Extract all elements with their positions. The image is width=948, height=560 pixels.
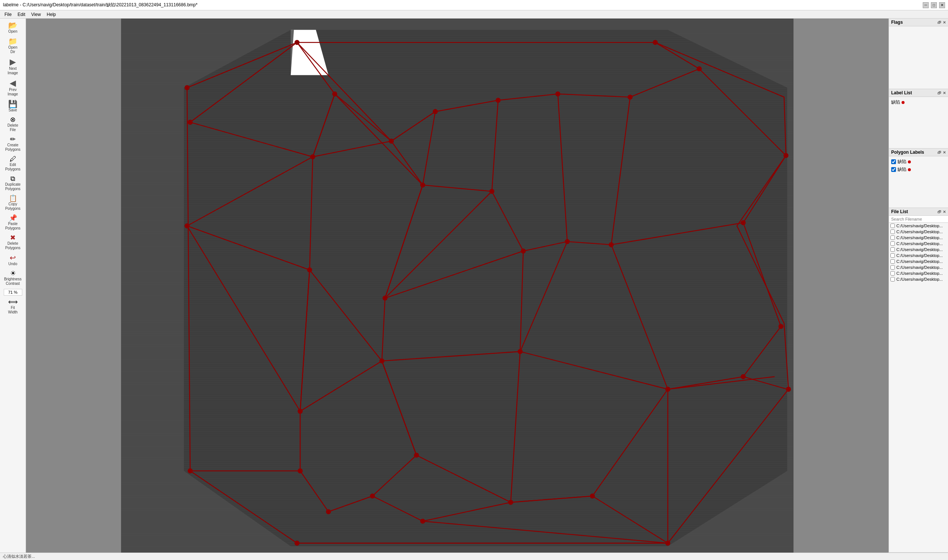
fit-width-button[interactable]: ⟺ FitWidth [1,297,25,316]
svg-point-85 [556,91,560,97]
duplicate-polygons-icon: ⧉ [11,175,15,182]
open-dir-label: OpenDir [8,45,17,54]
label-list-float-button[interactable]: 🗗 [937,91,941,95]
menu-file[interactable]: File [2,11,14,18]
label-list-section: Label List 🗗 ✕ 缺陷 [889,89,948,149]
file-item-7[interactable]: C:/Users/navig/Desktop... [889,258,948,265]
open-dir-button[interactable]: 📁 OpenDir [1,36,25,56]
file-item-3[interactable]: C:/Users/navig/Desktop... [889,235,948,241]
copy-polygons-label: CopyPolygons [5,202,20,211]
save-icon: 💾 [8,100,17,108]
file-item-1[interactable]: C:/Users/navig/Desktop... [889,223,948,229]
svg-point-105 [379,358,385,363]
svg-point-94 [185,223,190,229]
prev-image-button[interactable]: ◀ PrevImage [1,78,25,98]
file-item-6[interactable]: C:/Users/navig/Desktop... [889,252,948,258]
svg-point-79 [295,541,300,546]
edit-polygons-button[interactable]: 🖊 EditPolygons [1,154,25,173]
flags-section: Flags 🗗 ✕ [889,18,948,89]
label-list-body: 缺陷 [889,97,948,148]
file-item-9[interactable]: C:/Users/navig/Desktop... [889,270,948,276]
svg-marker-5 [184,30,787,546]
open-icon: 📂 [8,22,17,29]
next-image-button[interactable]: ▶ NextImage [1,57,25,77]
polygon-label-checkbox-1[interactable] [891,159,896,164]
file-search-input[interactable] [889,216,948,223]
svg-point-80 [188,468,193,474]
file-item-8[interactable]: C:/Users/navig/Desktop... [889,265,948,270]
delete-file-icon: ⊗ [10,116,15,123]
file-list-float-button[interactable]: 🗗 [937,210,941,214]
paste-polygons-button[interactable]: 📌 PastePolygons [1,213,25,232]
fit-width-label: FitWidth [8,306,18,315]
file-item-label-8: C:/Users/navig/Desktop... [896,265,943,269]
file-list: C:/Users/navig/Desktop... C:/Users/navig… [889,223,948,552]
maximize-button[interactable]: □ [931,2,937,8]
menu-view[interactable]: View [28,11,44,18]
delete-file-button[interactable]: ⊗ DeleteFile [1,115,25,134]
svg-point-109 [326,509,331,514]
flags-float-button[interactable]: 🗗 [937,20,941,25]
file-list-body: C:/Users/navig/Desktop... C:/Users/navig… [889,216,948,552]
svg-point-102 [741,374,746,380]
polygon-label-text-2: 缺陷 [897,166,906,173]
file-checkbox-6[interactable] [890,253,895,258]
file-item-label-7: C:/Users/navig/Desktop... [896,259,943,264]
duplicate-polygons-button[interactable]: ⧉ DuplicatePolygons [1,174,25,193]
file-item-label-3: C:/Users/navig/Desktop... [896,235,943,240]
file-checkbox-2[interactable] [890,229,895,234]
delete-polygons-button[interactable]: ✖ DeletePolygons [1,233,25,252]
file-checkbox-7[interactable] [890,259,895,264]
close-button[interactable]: ✕ [939,2,945,8]
copy-polygons-button[interactable]: 📋 CopyPolygons [1,194,25,212]
svg-point-82 [389,138,394,144]
label-list-header-buttons: 🗗 ✕ [937,91,946,95]
next-image-label: NextImage [8,66,18,75]
file-checkbox-9[interactable] [890,271,895,275]
file-checkbox-8[interactable] [890,265,895,269]
next-image-icon: ▶ [10,58,16,66]
svg-point-87 [697,66,702,72]
polygon-labels-close-button[interactable]: ✕ [943,151,946,154]
menu-help[interactable]: Help [44,11,59,18]
file-checkbox-5[interactable] [890,247,895,252]
file-item-10[interactable]: C:/Users/navig/Desktop... [889,276,948,282]
file-list-close-button[interactable]: ✕ [943,210,946,214]
save-button[interactable]: 💾 Save [1,99,25,114]
label-list-close-button[interactable]: ✕ [943,91,946,95]
file-checkbox-4[interactable] [890,242,895,246]
svg-point-106 [517,349,523,354]
flags-close-button[interactable]: ✕ [943,20,946,25]
file-list-section: File List 🗗 ✕ C:/Users/navig/Desktop... … [889,208,948,552]
menu-edit[interactable]: Edit [14,11,28,18]
open-label: Open [8,29,17,34]
minimize-button[interactable]: ─ [923,2,929,8]
file-item-label-9: C:/Users/navig/Desktop... [896,271,943,275]
annotation-canvas[interactable] [26,18,889,552]
undo-button[interactable]: ↩ Undo [1,252,25,268]
delete-file-label: DeleteFile [8,123,18,132]
toolbar: 📂 Open 📁 OpenDir ▶ NextImage ◀ PrevImage… [0,18,26,552]
edit-polygons-icon: 🖊 [10,155,16,162]
brightness-contrast-button[interactable]: ☀ BrightnessContrast [1,268,25,288]
file-item-label-4: C:/Users/navig/Desktop... [896,242,943,246]
polygon-label-checkbox-2[interactable] [891,167,896,172]
canvas-area[interactable] [26,18,889,552]
duplicate-polygons-label: DuplicatePolygons [5,182,21,191]
svg-point-83 [433,109,438,114]
svg-point-107 [414,453,419,458]
polygon-labels-header-buttons: 🗗 ✕ [937,151,946,154]
file-item-5[interactable]: C:/Users/navig/Desktop... [889,246,948,252]
svg-point-84 [496,98,501,103]
svg-point-108 [370,494,375,499]
polygon-labels-float-button[interactable]: 🗗 [937,151,941,154]
svg-point-95 [420,183,425,188]
file-item-label-6: C:/Users/navig/Desktop... [896,253,943,258]
file-checkbox-10[interactable] [890,277,895,282]
file-item-4[interactable]: C:/Users/navig/Desktop... [889,241,948,246]
create-polygons-button[interactable]: ✏ CreatePolygons [1,134,25,153]
file-item-2[interactable]: C:/Users/navig/Desktop... [889,229,948,235]
file-checkbox-1[interactable] [890,223,895,228]
open-button[interactable]: 📂 Open [1,20,25,35]
file-checkbox-3[interactable] [890,235,895,240]
